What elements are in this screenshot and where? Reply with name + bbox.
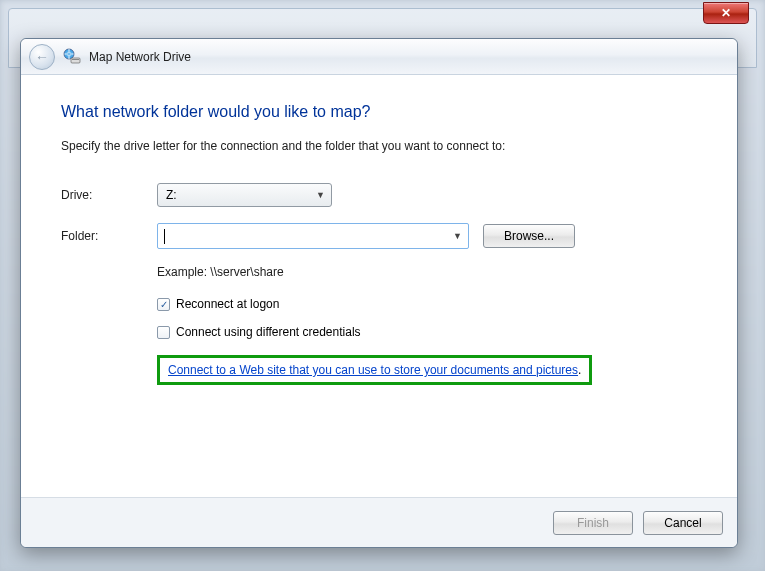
instruction-text: Specify the drive letter for the connect… xyxy=(61,139,697,153)
dialog-footer: Finish Cancel xyxy=(21,497,737,547)
cancel-button[interactable]: Cancel xyxy=(643,511,723,535)
reconnect-checkbox[interactable]: ✓ xyxy=(157,298,170,311)
titlebar: ← Map Network Drive xyxy=(21,39,737,75)
svg-rect-2 xyxy=(72,59,79,60)
drive-dropdown[interactable]: Z: ▼ xyxy=(157,183,332,207)
highlight-box: Connect to a Web site that you can use t… xyxy=(157,355,592,385)
connect-website-link[interactable]: Connect to a Web site that you can use t… xyxy=(168,363,578,377)
cancel-button-label: Cancel xyxy=(664,516,701,530)
map-network-drive-dialog: ← Map Network Drive What network folder … xyxy=(20,38,738,548)
svg-point-0 xyxy=(64,49,74,59)
close-icon: ✕ xyxy=(721,6,731,20)
drive-label: Drive: xyxy=(61,188,157,202)
back-button[interactable]: ← xyxy=(29,44,55,70)
folder-combobox[interactable]: ▼ xyxy=(157,223,469,249)
reconnect-row: ✓ Reconnect at logon xyxy=(157,297,697,311)
finish-button-label: Finish xyxy=(577,516,609,530)
finish-button[interactable]: Finish xyxy=(553,511,633,535)
folder-row: Folder: ▼ Browse... xyxy=(61,223,697,249)
credentials-row: Connect using different credentials xyxy=(157,325,697,339)
back-arrow-icon: ← xyxy=(35,49,49,65)
network-drive-icon xyxy=(63,48,81,66)
svg-rect-1 xyxy=(71,58,80,63)
credentials-checkbox[interactable] xyxy=(157,326,170,339)
drive-row: Drive: Z: ▼ xyxy=(61,183,697,207)
chevron-down-icon: ▼ xyxy=(316,190,325,200)
example-text: Example: \\server\share xyxy=(157,265,697,279)
folder-label: Folder: xyxy=(61,229,157,243)
window-title: Map Network Drive xyxy=(89,50,191,64)
checkmark-icon: ✓ xyxy=(160,299,168,310)
credentials-label: Connect using different credentials xyxy=(176,325,361,339)
dialog-content: What network folder would you like to ma… xyxy=(21,75,737,497)
chevron-down-icon: ▼ xyxy=(453,231,462,241)
drive-value: Z: xyxy=(166,188,177,202)
page-heading: What network folder would you like to ma… xyxy=(61,103,697,121)
browse-button[interactable]: Browse... xyxy=(483,224,575,248)
website-link-wrapper: Connect to a Web site that you can use t… xyxy=(157,353,697,385)
browse-button-label: Browse... xyxy=(504,229,554,243)
text-cursor xyxy=(164,229,165,244)
reconnect-label: Reconnect at logon xyxy=(176,297,279,311)
period: . xyxy=(578,363,581,377)
close-button[interactable]: ✕ xyxy=(703,2,749,24)
